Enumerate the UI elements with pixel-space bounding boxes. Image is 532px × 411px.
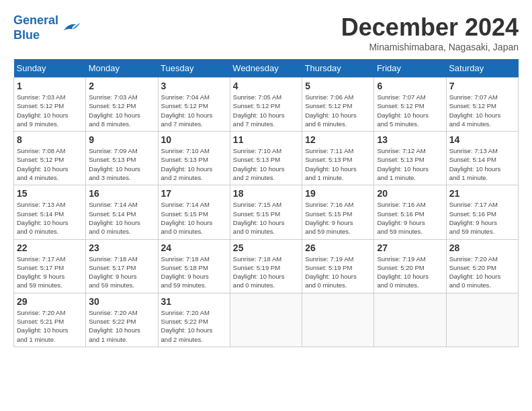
day-info: Sunrise: 7:17 AM Sunset: 5:16 PM Dayligh… xyxy=(449,200,515,236)
day-number: 22 xyxy=(17,242,83,253)
day-info: Sunrise: 7:19 AM Sunset: 5:19 PM Dayligh… xyxy=(305,255,371,290)
day-info: Sunrise: 7:13 AM Sunset: 5:14 PM Dayligh… xyxy=(449,146,515,182)
calendar-cell: 11Sunrise: 7:10 AM Sunset: 5:13 PM Dayli… xyxy=(230,132,302,185)
calendar-cell: 28Sunrise: 7:20 AM Sunset: 5:20 PM Dayli… xyxy=(446,239,518,293)
calendar-cell xyxy=(446,293,518,347)
day-number: 23 xyxy=(89,242,154,253)
weekday-header-wednesday: Wednesday xyxy=(230,59,302,78)
day-number: 12 xyxy=(305,134,371,145)
calendar-cell: 30Sunrise: 7:20 AM Sunset: 5:22 PM Dayli… xyxy=(86,293,158,347)
day-info: Sunrise: 7:16 AM Sunset: 5:15 PM Dayligh… xyxy=(305,200,371,236)
day-info: Sunrise: 7:08 AM Sunset: 5:12 PM Dayligh… xyxy=(17,146,83,182)
calendar-cell: 29Sunrise: 7:20 AM Sunset: 5:21 PM Dayli… xyxy=(14,293,86,347)
calendar-cell: 21Sunrise: 7:17 AM Sunset: 5:16 PM Dayli… xyxy=(446,185,518,239)
calendar-cell xyxy=(230,293,302,347)
day-number: 11 xyxy=(233,134,299,145)
calendar-cell: 13Sunrise: 7:12 AM Sunset: 5:13 PM Dayli… xyxy=(374,132,446,185)
day-number: 24 xyxy=(161,242,227,253)
day-number: 6 xyxy=(377,81,443,91)
month-title: December 2024 xyxy=(341,13,519,42)
day-number: 15 xyxy=(17,188,83,199)
calendar-cell: 18Sunrise: 7:15 AM Sunset: 5:15 PM Dayli… xyxy=(230,185,302,239)
day-number: 5 xyxy=(305,81,371,91)
day-info: Sunrise: 7:20 AM Sunset: 5:21 PM Dayligh… xyxy=(17,308,83,344)
day-info: Sunrise: 7:14 AM Sunset: 5:14 PM Dayligh… xyxy=(89,200,154,236)
weekday-header-friday: Friday xyxy=(374,59,446,78)
day-info: Sunrise: 7:17 AM Sunset: 5:17 PM Dayligh… xyxy=(17,255,83,290)
calendar-cell: 31Sunrise: 7:20 AM Sunset: 5:22 PM Dayli… xyxy=(158,293,230,347)
calendar-cell: 15Sunrise: 7:13 AM Sunset: 5:14 PM Dayli… xyxy=(14,185,86,239)
calendar-cell: 14Sunrise: 7:13 AM Sunset: 5:14 PM Dayli… xyxy=(446,132,518,185)
day-info: Sunrise: 7:14 AM Sunset: 5:15 PM Dayligh… xyxy=(161,200,227,236)
day-number: 30 xyxy=(89,296,154,307)
weekday-header-thursday: Thursday xyxy=(302,59,374,78)
calendar-cell: 17Sunrise: 7:14 AM Sunset: 5:15 PM Dayli… xyxy=(158,185,230,239)
calendar-cell: 25Sunrise: 7:18 AM Sunset: 5:19 PM Dayli… xyxy=(230,239,302,293)
day-info: Sunrise: 7:04 AM Sunset: 5:12 PM Dayligh… xyxy=(161,93,227,128)
day-info: Sunrise: 7:10 AM Sunset: 5:13 PM Dayligh… xyxy=(161,146,227,182)
calendar-cell: 2Sunrise: 7:03 AM Sunset: 5:12 PM Daylig… xyxy=(86,78,158,132)
day-number: 2 xyxy=(89,81,154,91)
day-info: Sunrise: 7:03 AM Sunset: 5:12 PM Dayligh… xyxy=(17,93,83,128)
calendar-week-row: 1Sunrise: 7:03 AM Sunset: 5:12 PM Daylig… xyxy=(14,78,519,132)
day-number: 26 xyxy=(305,242,371,253)
page-header: GeneralBlue December 2024 Minamishimabar… xyxy=(13,13,519,52)
calendar-cell: 1Sunrise: 7:03 AM Sunset: 5:12 PM Daylig… xyxy=(14,78,86,132)
day-number: 29 xyxy=(17,296,83,307)
weekday-header-row: SundayMondayTuesdayWednesdayThursdayFrid… xyxy=(14,59,519,78)
logo-text: GeneralBlue xyxy=(13,13,58,42)
day-number: 21 xyxy=(449,188,515,199)
day-number: 7 xyxy=(449,81,515,91)
day-info: Sunrise: 7:13 AM Sunset: 5:14 PM Dayligh… xyxy=(17,200,83,236)
day-info: Sunrise: 7:05 AM Sunset: 5:12 PM Dayligh… xyxy=(233,93,299,128)
day-number: 19 xyxy=(305,188,371,199)
day-number: 4 xyxy=(233,81,299,91)
calendar-cell: 23Sunrise: 7:18 AM Sunset: 5:17 PM Dayli… xyxy=(86,239,158,293)
calendar-week-row: 29Sunrise: 7:20 AM Sunset: 5:21 PM Dayli… xyxy=(14,293,519,347)
calendar-cell: 26Sunrise: 7:19 AM Sunset: 5:19 PM Dayli… xyxy=(302,239,374,293)
day-info: Sunrise: 7:15 AM Sunset: 5:15 PM Dayligh… xyxy=(233,200,299,236)
day-number: 3 xyxy=(161,81,227,91)
calendar-cell: 24Sunrise: 7:18 AM Sunset: 5:18 PM Dayli… xyxy=(158,239,230,293)
calendar-cell xyxy=(374,293,446,347)
calendar-cell: 27Sunrise: 7:19 AM Sunset: 5:20 PM Dayli… xyxy=(374,239,446,293)
day-number: 14 xyxy=(449,134,515,145)
calendar-table: SundayMondayTuesdayWednesdayThursdayFrid… xyxy=(13,59,519,347)
day-info: Sunrise: 7:06 AM Sunset: 5:12 PM Dayligh… xyxy=(305,93,371,128)
calendar-cell: 3Sunrise: 7:04 AM Sunset: 5:12 PM Daylig… xyxy=(158,78,230,132)
day-number: 13 xyxy=(377,134,443,145)
day-info: Sunrise: 7:16 AM Sunset: 5:16 PM Dayligh… xyxy=(377,200,443,236)
day-info: Sunrise: 7:20 AM Sunset: 5:22 PM Dayligh… xyxy=(89,308,154,344)
calendar-cell: 9Sunrise: 7:09 AM Sunset: 5:13 PM Daylig… xyxy=(86,132,158,185)
weekday-header-sunday: Sunday xyxy=(14,59,86,78)
day-info: Sunrise: 7:18 AM Sunset: 5:18 PM Dayligh… xyxy=(161,255,227,290)
day-info: Sunrise: 7:07 AM Sunset: 5:12 PM Dayligh… xyxy=(449,93,515,128)
day-number: 17 xyxy=(161,188,227,199)
day-number: 9 xyxy=(89,134,154,145)
calendar-cell: 19Sunrise: 7:16 AM Sunset: 5:15 PM Dayli… xyxy=(302,185,374,239)
calendar-cell: 12Sunrise: 7:11 AM Sunset: 5:13 PM Dayli… xyxy=(302,132,374,185)
day-number: 27 xyxy=(377,242,443,253)
logo-bird-icon xyxy=(61,19,81,36)
day-number: 28 xyxy=(449,242,515,253)
calendar-cell: 5Sunrise: 7:06 AM Sunset: 5:12 PM Daylig… xyxy=(302,78,374,132)
calendar-cell: 20Sunrise: 7:16 AM Sunset: 5:16 PM Dayli… xyxy=(374,185,446,239)
calendar-cell: 10Sunrise: 7:10 AM Sunset: 5:13 PM Dayli… xyxy=(158,132,230,185)
day-info: Sunrise: 7:20 AM Sunset: 5:20 PM Dayligh… xyxy=(449,255,515,290)
weekday-header-saturday: Saturday xyxy=(446,59,518,78)
day-number: 25 xyxy=(233,242,299,253)
day-info: Sunrise: 7:20 AM Sunset: 5:22 PM Dayligh… xyxy=(161,308,227,344)
weekday-header-monday: Monday xyxy=(86,59,158,78)
calendar-cell: 6Sunrise: 7:07 AM Sunset: 5:12 PM Daylig… xyxy=(374,78,446,132)
calendar-cell: 8Sunrise: 7:08 AM Sunset: 5:12 PM Daylig… xyxy=(14,132,86,185)
day-number: 31 xyxy=(161,296,227,307)
calendar-cell: 4Sunrise: 7:05 AM Sunset: 5:12 PM Daylig… xyxy=(230,78,302,132)
day-number: 1 xyxy=(17,81,83,91)
calendar-week-row: 8Sunrise: 7:08 AM Sunset: 5:12 PM Daylig… xyxy=(14,132,519,185)
calendar-week-row: 15Sunrise: 7:13 AM Sunset: 5:14 PM Dayli… xyxy=(14,185,519,239)
title-section: December 2024 Minamishimabara, Nagasaki,… xyxy=(341,13,519,52)
weekday-header-tuesday: Tuesday xyxy=(158,59,230,78)
day-number: 18 xyxy=(233,188,299,199)
day-info: Sunrise: 7:11 AM Sunset: 5:13 PM Dayligh… xyxy=(305,146,371,182)
calendar-cell: 22Sunrise: 7:17 AM Sunset: 5:17 PM Dayli… xyxy=(14,239,86,293)
